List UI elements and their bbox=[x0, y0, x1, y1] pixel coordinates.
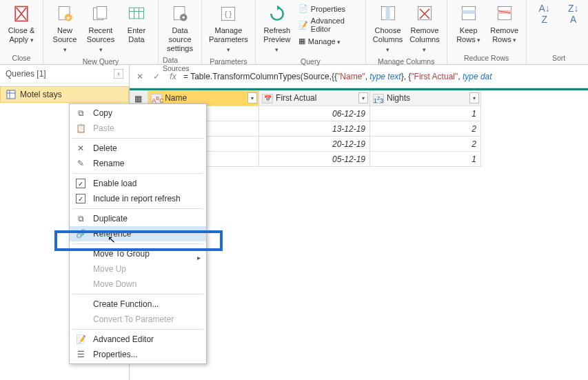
label: Properties bbox=[311, 5, 345, 13]
label: Manage bbox=[215, 26, 243, 34]
delete-icon: ✕ bbox=[75, 143, 86, 154]
remove-columns-icon bbox=[414, 3, 436, 25]
svg-text:★: ★ bbox=[65, 14, 71, 21]
ctx-delete[interactable]: ✕Delete bbox=[70, 141, 206, 156]
recent-sources-button[interactable]: RecentSources bbox=[83, 1, 118, 56]
formula-bar: ✕ ✓ fx = Table.TransformColumnTypes(Sour… bbox=[130, 65, 588, 88]
sort-desc-button[interactable]: Z↓A bbox=[560, 1, 587, 26]
ctx-include-refresh[interactable]: ✓Include in report refresh bbox=[70, 191, 206, 206]
fx-button[interactable]: fx bbox=[167, 70, 179, 83]
formula-input[interactable]: = Table.TransformColumnTypes(Source,{{"N… bbox=[183, 72, 584, 81]
ribbon-group-query: RefreshPreview 📄Properties 📝Advanced Edi… bbox=[256, 0, 366, 64]
cell-first-actual[interactable]: 06-12-19 bbox=[259, 106, 370, 121]
formula-text: type text bbox=[369, 72, 401, 81]
column-filter-button[interactable]: ▾ bbox=[247, 92, 257, 103]
remove-columns-button[interactable]: RemoveColumns bbox=[407, 1, 442, 56]
cell-nights[interactable]: 1 bbox=[370, 106, 481, 121]
ctx-rename[interactable]: ✎Rename bbox=[70, 156, 206, 171]
cell-nights[interactable]: 2 bbox=[370, 121, 481, 137]
cell-first-actual[interactable]: 13-12-19 bbox=[259, 121, 370, 137]
label: Manage bbox=[308, 37, 341, 46]
formula-text: type dat bbox=[463, 72, 492, 81]
separator bbox=[72, 208, 203, 209]
label: Rows bbox=[492, 35, 516, 43]
duplicate-icon: ⧉ bbox=[75, 213, 86, 224]
ctx-move-group[interactable]: Move To Group bbox=[70, 246, 206, 261]
label: Paste bbox=[93, 123, 114, 133]
checkbox-icon: ✓ bbox=[75, 193, 86, 204]
close-apply-button[interactable]: Close &Apply bbox=[4, 1, 39, 46]
manage-parameters-button[interactable]: { } ManageParameters bbox=[206, 1, 251, 56]
ribbon: Close &Apply Close ★ NewSource RecentSou… bbox=[0, 0, 588, 65]
column-header-first-actual[interactable]: 📅First Actual▾ bbox=[259, 91, 370, 106]
label: Properties... bbox=[93, 350, 138, 359]
separator bbox=[72, 294, 203, 294]
ctx-copy[interactable]: ⧉Copy bbox=[70, 106, 206, 121]
close-apply-icon bbox=[10, 3, 32, 25]
label: Advanced Editor bbox=[311, 17, 358, 33]
new-source-button[interactable]: ★ NewSource bbox=[48, 1, 82, 56]
sort-asc-button[interactable]: A↓Z bbox=[531, 1, 558, 26]
column-filter-button[interactable]: ▾ bbox=[469, 92, 479, 103]
advanced-editor-button[interactable]: 📝Advanced Editor bbox=[296, 15, 361, 34]
table-icon: ▦ bbox=[133, 94, 143, 103]
group-label: Sort bbox=[552, 52, 565, 63]
column-label: First Actual bbox=[276, 93, 316, 103]
rename-icon: ✎ bbox=[75, 158, 86, 169]
ribbon-group-sort: A↓Z Z↓A Sort bbox=[527, 0, 588, 64]
label: Choose bbox=[375, 26, 401, 34]
ctx-properties[interactable]: ☰Properties... bbox=[70, 347, 206, 362]
cell-nights[interactable]: 1 bbox=[370, 152, 481, 167]
column-header-nights[interactable]: 123Nights▾ bbox=[370, 91, 481, 106]
cell-nights[interactable]: 2 bbox=[370, 137, 481, 152]
type-date-icon: 📅 bbox=[262, 94, 273, 103]
separator bbox=[72, 329, 203, 330]
keep-rows-icon bbox=[458, 3, 480, 25]
separator bbox=[72, 173, 203, 174]
group-label: Close bbox=[12, 52, 31, 63]
svg-text:{ }: { } bbox=[225, 10, 232, 18]
checkbox-icon: ✓ bbox=[75, 178, 86, 189]
ribbon-group-new-query: ★ NewSource RecentSources EnterData New … bbox=[43, 0, 159, 64]
commit-formula-button[interactable]: ✓ bbox=[150, 70, 163, 83]
remove-rows-icon bbox=[494, 3, 516, 25]
formula-text: "First Actual" bbox=[411, 72, 458, 81]
ctx-convert-parameter: Convert To Parameter bbox=[70, 312, 206, 327]
svg-rect-7 bbox=[97, 7, 107, 19]
ctx-advanced-editor[interactable]: 📝Advanced Editor bbox=[70, 332, 206, 347]
sort-desc-icon: Z↓A bbox=[562, 3, 585, 25]
label: Copy bbox=[93, 108, 112, 118]
parameters-icon: { } bbox=[217, 3, 239, 25]
refresh-icon bbox=[266, 3, 288, 25]
remove-rows-button[interactable]: RemoveRows bbox=[487, 1, 522, 46]
enter-data-button[interactable]: EnterData bbox=[119, 1, 154, 46]
manage-button[interactable]: ▦Manage bbox=[296, 35, 361, 47]
cell-first-actual[interactable]: 05-12-19 bbox=[259, 152, 370, 167]
choose-columns-button[interactable]: ChooseColumns bbox=[370, 1, 405, 56]
choose-columns-icon bbox=[377, 3, 399, 25]
label: Keep bbox=[460, 26, 478, 34]
ribbon-group-manage-columns: ChooseColumns RemoveColumns Manage Colum… bbox=[366, 0, 447, 64]
ribbon-group-parameters: { } ManageParameters Parameters bbox=[202, 0, 256, 64]
ctx-create-function[interactable]: Create Function... bbox=[70, 297, 206, 312]
separator bbox=[72, 138, 203, 139]
ctx-enable-load[interactable]: ✓Enable load bbox=[70, 176, 206, 191]
collapse-panel-button[interactable]: ‹ bbox=[114, 69, 123, 79]
queries-header: Queries [1] ‹ bbox=[0, 65, 129, 83]
properties-button[interactable]: 📄Properties bbox=[296, 3, 361, 14]
refresh-preview-button[interactable]: RefreshPreview bbox=[260, 1, 294, 56]
svg-rect-19 bbox=[385, 7, 389, 20]
ctx-duplicate[interactable]: ⧉Duplicate bbox=[70, 211, 206, 226]
cell-first-actual[interactable]: 20-12-19 bbox=[259, 137, 370, 152]
label: Include in report refresh bbox=[93, 194, 181, 203]
query-item-motel-stays[interactable]: Motel stays bbox=[0, 86, 129, 103]
column-filter-button[interactable]: ▾ bbox=[358, 92, 368, 103]
label: Reference bbox=[93, 229, 131, 239]
svg-rect-30 bbox=[7, 90, 15, 99]
queries-title: Queries [1] bbox=[6, 69, 46, 79]
formula-text: }, { bbox=[401, 72, 412, 81]
data-source-settings-button[interactable]: Data sourcesettings bbox=[163, 1, 197, 54]
cancel-formula-button[interactable]: ✕ bbox=[134, 70, 146, 83]
ctx-reference[interactable]: 🔗Reference bbox=[70, 226, 206, 241]
keep-rows-button[interactable]: KeepRows bbox=[452, 1, 486, 46]
